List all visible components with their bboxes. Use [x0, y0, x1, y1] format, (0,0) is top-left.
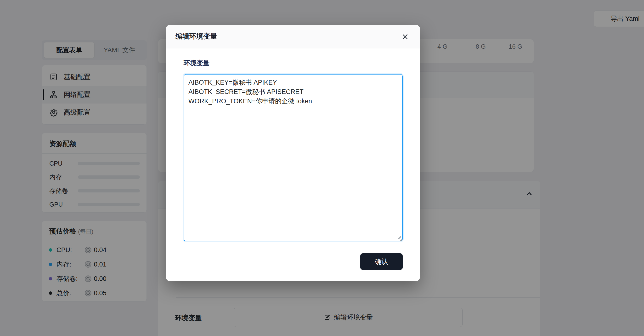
confirm-button[interactable]: 确认	[360, 253, 403, 270]
env-vars-textarea-wrap: AIBOTK_KEY=微秘书 APIKEY AIBOTK_SECRET=微秘书 …	[184, 74, 403, 241]
close-icon	[400, 32, 410, 41]
edit-env-modal: 编辑环境变量 环境变量 AIBOTK_KEY=微秘书 APIKEY AIBOTK…	[166, 25, 420, 281]
env-vars-field-label: 环境变量	[184, 59, 210, 67]
env-vars-textarea[interactable]: AIBOTK_KEY=微秘书 APIKEY AIBOTK_SECRET=微秘书 …	[184, 74, 403, 241]
modal-title: 编辑环境变量	[176, 32, 217, 41]
close-button[interactable]	[400, 31, 410, 42]
modal-header: 编辑环境变量	[166, 25, 420, 48]
